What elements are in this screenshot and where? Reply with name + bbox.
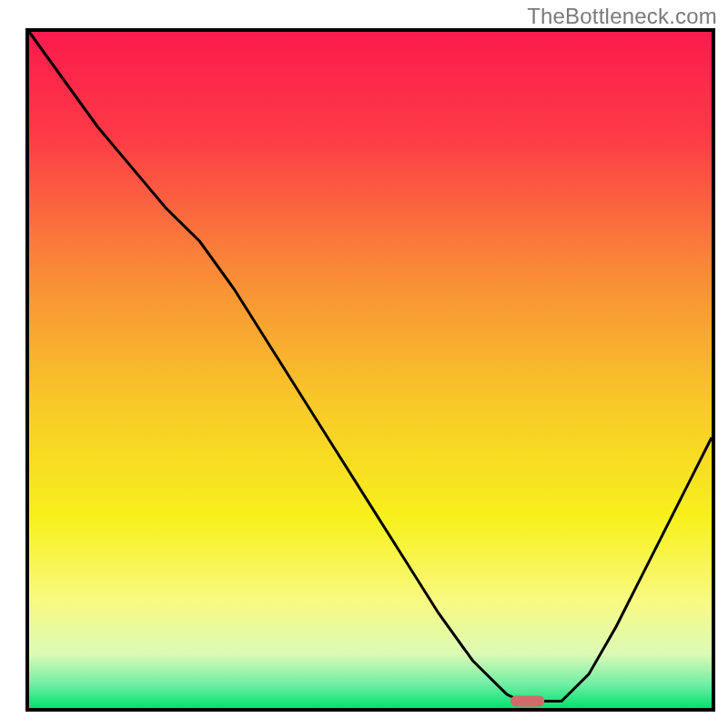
watermark-text: TheBottleneck.com bbox=[527, 4, 717, 29]
bottleneck-chart-svg bbox=[0, 0, 728, 728]
chart-container: TheBottleneck.com bbox=[0, 0, 728, 728]
optimal-point-marker bbox=[511, 696, 545, 707]
plot-background bbox=[29, 32, 712, 708]
